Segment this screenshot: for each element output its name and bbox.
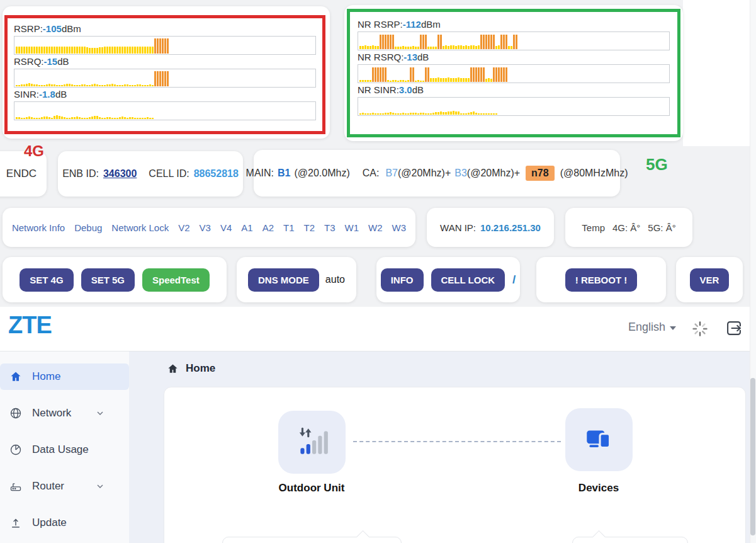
set-4g-button[interactable]: SET 4G — [20, 268, 73, 292]
ca-label: CA: — [363, 168, 380, 179]
sinr-value: -1.8 — [39, 89, 55, 100]
dns-mode-value: auto — [325, 274, 345, 285]
link-t1[interactable]: T1 — [283, 222, 295, 233]
language-label: English — [628, 321, 665, 334]
signal-bars-icon — [294, 424, 330, 460]
reboot-button[interactable]: ! REBOOT ! — [565, 268, 638, 292]
wan-ip-label: WAN IP: — [440, 222, 476, 233]
page-title: Home — [186, 362, 215, 375]
nr-bandwidth: (@80MHzMhz) — [560, 168, 628, 179]
sidebar-item-network[interactable]: Network — [0, 400, 129, 426]
main-bandwidth: (@20.0Mhz) — [294, 168, 349, 179]
logout-icon[interactable] — [725, 319, 743, 340]
enb-id-value[interactable]: 346300 — [103, 168, 137, 180]
ver-button[interactable]: VER — [690, 268, 730, 292]
ca2-bandwidth: (@20Mhz)+ — [467, 168, 520, 178]
reboot-card: ! REBOOT ! — [536, 257, 666, 302]
nr-sinr-label: NR SINR:3.0dB — [358, 83, 670, 97]
temp-5g-value: 5G: Â° — [648, 222, 675, 233]
rsrq-chart — [14, 69, 316, 88]
sinr-chart — [14, 101, 316, 120]
main-band: B1 — [278, 168, 290, 179]
dns-card: DNS MODE auto — [237, 257, 356, 302]
loading-spinner-icon — [691, 320, 709, 340]
link-network-lock[interactable]: Network Lock — [111, 222, 169, 233]
zte-logo: ZTE — [8, 312, 52, 339]
devices-tile[interactable] — [565, 408, 633, 471]
sidebar-item-label: Update — [32, 517, 67, 529]
link-w3[interactable]: W3 — [392, 222, 407, 233]
outdoor-unit-label: Outdoor Unit — [258, 482, 365, 494]
link-w1[interactable]: W1 — [345, 222, 359, 233]
cell-lock-button[interactable]: CELL LOCK — [431, 268, 505, 292]
cell-info-card: ENB ID: 346300 CELL ID: 88652818 — [58, 151, 243, 197]
nr-rsrq-value: -13 — [403, 52, 417, 62]
speedtest-button[interactable]: SpeedTest — [142, 268, 210, 292]
scrollbar-thumb[interactable] — [750, 378, 755, 535]
background-patch — [683, 0, 756, 146]
cell-lock-status: / — [512, 273, 516, 287]
badge-4g: 4G — [24, 142, 44, 160]
dns-mode-button[interactable]: DNS MODE — [248, 268, 319, 292]
sidebar-item-home[interactable]: Home — [0, 363, 129, 390]
globe-icon — [9, 407, 22, 420]
rsrq-value: -15 — [44, 56, 58, 67]
popover-arrow — [592, 530, 606, 543]
link-v4[interactable]: V4 — [220, 222, 232, 233]
cell-id-label: CELL ID: — [149, 168, 189, 180]
language-selector[interactable]: English — [628, 321, 676, 334]
chevron-down-icon — [95, 408, 105, 418]
devices-icon — [582, 423, 616, 457]
outdoor-unit-tile[interactable] — [278, 411, 346, 474]
temperature-card: Temp 4G: Â° 5G: Â° — [565, 208, 692, 247]
scrollbar-track — [750, 0, 756, 543]
link-debug[interactable]: Debug — [74, 222, 102, 233]
wan-ip-card: WAN IP: 10.216.251.30 — [427, 208, 554, 247]
upload-icon — [9, 517, 22, 529]
rsrp-value: -105 — [43, 23, 62, 34]
link-network-info[interactable]: Network Info — [12, 222, 65, 233]
temp-label: Temp — [582, 222, 605, 233]
app-body: Home Network Data Usage Router Update — [0, 352, 756, 543]
chevron-down-icon — [95, 481, 105, 491]
sidebar-item-router[interactable]: Router — [0, 473, 129, 500]
nr-sinr-value: 3.0 — [399, 84, 412, 95]
router-icon — [9, 480, 22, 493]
nr-rsrp-chart — [358, 31, 670, 50]
breadcrumb: Home — [167, 362, 215, 375]
nr-rsrp-label: NR RSRP:-112dBm — [358, 18, 670, 31]
badge-5g: 5G — [646, 155, 668, 174]
link-a1[interactable]: A1 — [241, 222, 252, 233]
nr-rsrp-value: -112 — [403, 19, 421, 30]
main-label: MAIN: — [246, 168, 274, 179]
popover-arrow — [356, 530, 370, 543]
screen: RSRP:-105dBm RSRQ:-15dB SINR:-1.8dB NR R… — [0, 0, 756, 543]
devices-popover — [572, 537, 688, 543]
sidebar-item-label: Data Usage — [32, 443, 89, 456]
sidebar: Home Network Data Usage Router Update — [0, 352, 129, 543]
info-button[interactable]: INFO — [381, 268, 424, 292]
outdoor-unit-popover — [222, 537, 402, 543]
link-v3[interactable]: V3 — [200, 222, 211, 233]
home-icon — [9, 370, 22, 383]
home-topology-card: Outdoor Unit Devices — [164, 387, 746, 543]
link-v2[interactable]: V2 — [178, 222, 189, 233]
endc-label: ENDC — [6, 168, 37, 180]
sidebar-item-update[interactable]: Update — [0, 510, 129, 536]
ca1-bandwidth: (@20Mhz)+ — [398, 168, 451, 178]
nr-band-badge: n78 — [526, 166, 555, 181]
signal-overlay-section: RSRP:-105dBm RSRQ:-15dB SINR:-1.8dB NR R… — [0, 0, 756, 307]
devices-label: Devices — [545, 482, 652, 494]
ca2-band: B3 — [454, 168, 467, 178]
link-t2[interactable]: T2 — [304, 222, 315, 233]
home-icon — [167, 363, 179, 375]
nr-rsrq-chart — [358, 64, 670, 83]
sidebar-item-label: Network — [32, 407, 71, 420]
link-w2[interactable]: W2 — [368, 222, 383, 233]
set-5g-button[interactable]: SET 5G — [81, 268, 135, 292]
link-a2[interactable]: A2 — [262, 222, 274, 233]
link-t3[interactable]: T3 — [324, 222, 336, 233]
nr-rsrq-label: NR RSRQ:-13dB — [358, 50, 670, 64]
sidebar-item-data-usage[interactable]: Data Usage — [0, 437, 129, 463]
chevron-down-icon — [670, 326, 676, 330]
